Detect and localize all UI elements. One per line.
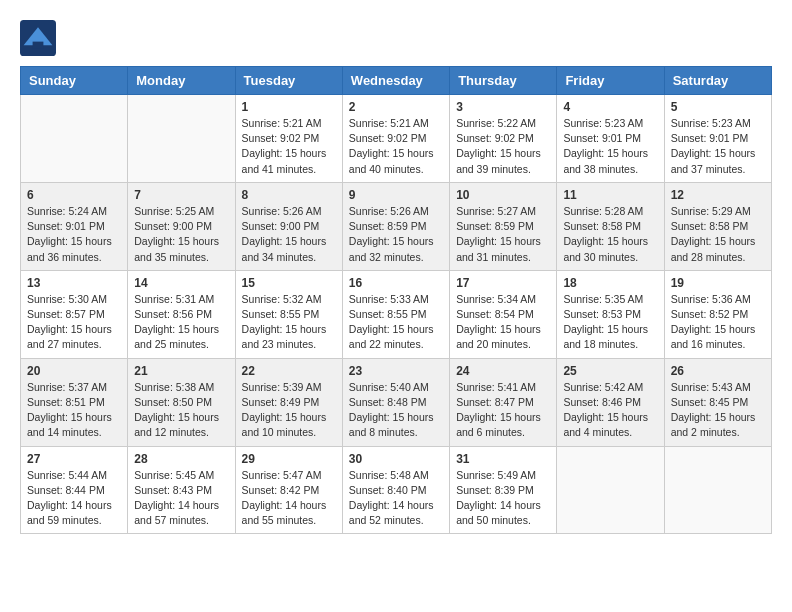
day-info: Sunrise: 5:41 AMSunset: 8:47 PMDaylight:… (456, 380, 550, 441)
calendar-cell: 18Sunrise: 5:35 AMSunset: 8:53 PMDayligh… (557, 270, 664, 358)
day-number: 11 (563, 188, 657, 202)
calendar-cell (21, 95, 128, 183)
calendar-week-row: 20Sunrise: 5:37 AMSunset: 8:51 PMDayligh… (21, 358, 772, 446)
calendar-cell: 21Sunrise: 5:38 AMSunset: 8:50 PMDayligh… (128, 358, 235, 446)
day-number: 25 (563, 364, 657, 378)
day-number: 17 (456, 276, 550, 290)
calendar-cell: 3Sunrise: 5:22 AMSunset: 9:02 PMDaylight… (450, 95, 557, 183)
calendar-cell: 30Sunrise: 5:48 AMSunset: 8:40 PMDayligh… (342, 446, 449, 534)
calendar-cell: 13Sunrise: 5:30 AMSunset: 8:57 PMDayligh… (21, 270, 128, 358)
day-number: 10 (456, 188, 550, 202)
calendar-cell: 12Sunrise: 5:29 AMSunset: 8:58 PMDayligh… (664, 182, 771, 270)
day-number: 20 (27, 364, 121, 378)
day-number: 24 (456, 364, 550, 378)
calendar-cell: 7Sunrise: 5:25 AMSunset: 9:00 PMDaylight… (128, 182, 235, 270)
calendar-cell: 14Sunrise: 5:31 AMSunset: 8:56 PMDayligh… (128, 270, 235, 358)
calendar-cell: 8Sunrise: 5:26 AMSunset: 9:00 PMDaylight… (235, 182, 342, 270)
calendar-cell (557, 446, 664, 534)
svg-rect-2 (33, 42, 44, 49)
calendar-cell: 5Sunrise: 5:23 AMSunset: 9:01 PMDaylight… (664, 95, 771, 183)
day-info: Sunrise: 5:24 AMSunset: 9:01 PMDaylight:… (27, 204, 121, 265)
day-number: 22 (242, 364, 336, 378)
calendar-cell: 9Sunrise: 5:26 AMSunset: 8:59 PMDaylight… (342, 182, 449, 270)
day-info: Sunrise: 5:23 AMSunset: 9:01 PMDaylight:… (671, 116, 765, 177)
calendar-header-row: SundayMondayTuesdayWednesdayThursdayFrid… (21, 67, 772, 95)
day-number: 31 (456, 452, 550, 466)
day-number: 30 (349, 452, 443, 466)
calendar-cell: 19Sunrise: 5:36 AMSunset: 8:52 PMDayligh… (664, 270, 771, 358)
day-number: 18 (563, 276, 657, 290)
calendar-cell: 22Sunrise: 5:39 AMSunset: 8:49 PMDayligh… (235, 358, 342, 446)
calendar-cell: 16Sunrise: 5:33 AMSunset: 8:55 PMDayligh… (342, 270, 449, 358)
day-header-thursday: Thursday (450, 67, 557, 95)
calendar-cell (128, 95, 235, 183)
day-info: Sunrise: 5:33 AMSunset: 8:55 PMDaylight:… (349, 292, 443, 353)
day-info: Sunrise: 5:39 AMSunset: 8:49 PMDaylight:… (242, 380, 336, 441)
day-number: 14 (134, 276, 228, 290)
day-info: Sunrise: 5:25 AMSunset: 9:00 PMDaylight:… (134, 204, 228, 265)
day-number: 27 (27, 452, 121, 466)
day-number: 16 (349, 276, 443, 290)
day-info: Sunrise: 5:48 AMSunset: 8:40 PMDaylight:… (349, 468, 443, 529)
day-info: Sunrise: 5:42 AMSunset: 8:46 PMDaylight:… (563, 380, 657, 441)
page-header (20, 20, 772, 56)
calendar-cell: 4Sunrise: 5:23 AMSunset: 9:01 PMDaylight… (557, 95, 664, 183)
day-info: Sunrise: 5:44 AMSunset: 8:44 PMDaylight:… (27, 468, 121, 529)
day-number: 26 (671, 364, 765, 378)
day-info: Sunrise: 5:23 AMSunset: 9:01 PMDaylight:… (563, 116, 657, 177)
day-number: 23 (349, 364, 443, 378)
day-info: Sunrise: 5:36 AMSunset: 8:52 PMDaylight:… (671, 292, 765, 353)
day-info: Sunrise: 5:26 AMSunset: 8:59 PMDaylight:… (349, 204, 443, 265)
calendar-cell: 10Sunrise: 5:27 AMSunset: 8:59 PMDayligh… (450, 182, 557, 270)
calendar-cell: 28Sunrise: 5:45 AMSunset: 8:43 PMDayligh… (128, 446, 235, 534)
day-info: Sunrise: 5:32 AMSunset: 8:55 PMDaylight:… (242, 292, 336, 353)
day-info: Sunrise: 5:38 AMSunset: 8:50 PMDaylight:… (134, 380, 228, 441)
calendar-cell: 17Sunrise: 5:34 AMSunset: 8:54 PMDayligh… (450, 270, 557, 358)
day-number: 9 (349, 188, 443, 202)
day-number: 15 (242, 276, 336, 290)
day-info: Sunrise: 5:47 AMSunset: 8:42 PMDaylight:… (242, 468, 336, 529)
day-header-monday: Monday (128, 67, 235, 95)
calendar-cell: 23Sunrise: 5:40 AMSunset: 8:48 PMDayligh… (342, 358, 449, 446)
calendar-cell: 27Sunrise: 5:44 AMSunset: 8:44 PMDayligh… (21, 446, 128, 534)
calendar-week-row: 1Sunrise: 5:21 AMSunset: 9:02 PMDaylight… (21, 95, 772, 183)
calendar-cell: 1Sunrise: 5:21 AMSunset: 9:02 PMDaylight… (235, 95, 342, 183)
day-info: Sunrise: 5:22 AMSunset: 9:02 PMDaylight:… (456, 116, 550, 177)
day-number: 1 (242, 100, 336, 114)
day-number: 6 (27, 188, 121, 202)
day-info: Sunrise: 5:45 AMSunset: 8:43 PMDaylight:… (134, 468, 228, 529)
day-header-friday: Friday (557, 67, 664, 95)
day-info: Sunrise: 5:40 AMSunset: 8:48 PMDaylight:… (349, 380, 443, 441)
calendar-cell: 31Sunrise: 5:49 AMSunset: 8:39 PMDayligh… (450, 446, 557, 534)
calendar-cell (664, 446, 771, 534)
day-info: Sunrise: 5:35 AMSunset: 8:53 PMDaylight:… (563, 292, 657, 353)
day-info: Sunrise: 5:21 AMSunset: 9:02 PMDaylight:… (242, 116, 336, 177)
calendar-week-row: 13Sunrise: 5:30 AMSunset: 8:57 PMDayligh… (21, 270, 772, 358)
day-info: Sunrise: 5:31 AMSunset: 8:56 PMDaylight:… (134, 292, 228, 353)
calendar-week-row: 27Sunrise: 5:44 AMSunset: 8:44 PMDayligh… (21, 446, 772, 534)
day-info: Sunrise: 5:43 AMSunset: 8:45 PMDaylight:… (671, 380, 765, 441)
calendar-cell: 29Sunrise: 5:47 AMSunset: 8:42 PMDayligh… (235, 446, 342, 534)
day-info: Sunrise: 5:30 AMSunset: 8:57 PMDaylight:… (27, 292, 121, 353)
calendar-week-row: 6Sunrise: 5:24 AMSunset: 9:01 PMDaylight… (21, 182, 772, 270)
day-number: 29 (242, 452, 336, 466)
day-info: Sunrise: 5:28 AMSunset: 8:58 PMDaylight:… (563, 204, 657, 265)
day-info: Sunrise: 5:27 AMSunset: 8:59 PMDaylight:… (456, 204, 550, 265)
logo (20, 20, 60, 56)
day-info: Sunrise: 5:26 AMSunset: 9:00 PMDaylight:… (242, 204, 336, 265)
calendar-cell: 11Sunrise: 5:28 AMSunset: 8:58 PMDayligh… (557, 182, 664, 270)
day-number: 3 (456, 100, 550, 114)
calendar-cell: 6Sunrise: 5:24 AMSunset: 9:01 PMDaylight… (21, 182, 128, 270)
calendar-cell: 24Sunrise: 5:41 AMSunset: 8:47 PMDayligh… (450, 358, 557, 446)
calendar-cell: 2Sunrise: 5:21 AMSunset: 9:02 PMDaylight… (342, 95, 449, 183)
day-info: Sunrise: 5:49 AMSunset: 8:39 PMDaylight:… (456, 468, 550, 529)
day-number: 19 (671, 276, 765, 290)
calendar-cell: 15Sunrise: 5:32 AMSunset: 8:55 PMDayligh… (235, 270, 342, 358)
day-number: 7 (134, 188, 228, 202)
calendar-table: SundayMondayTuesdayWednesdayThursdayFrid… (20, 66, 772, 534)
day-number: 21 (134, 364, 228, 378)
day-info: Sunrise: 5:34 AMSunset: 8:54 PMDaylight:… (456, 292, 550, 353)
day-number: 28 (134, 452, 228, 466)
day-number: 12 (671, 188, 765, 202)
calendar-cell: 25Sunrise: 5:42 AMSunset: 8:46 PMDayligh… (557, 358, 664, 446)
